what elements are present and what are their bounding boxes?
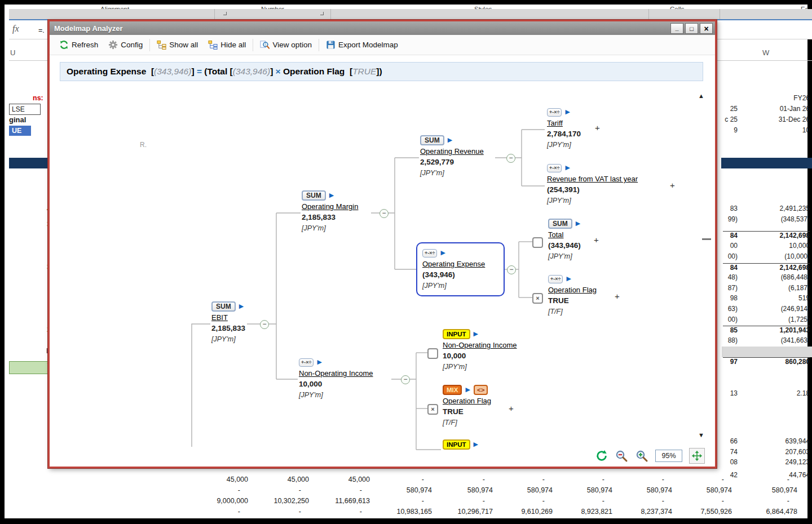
collapse-toggle-icon[interactable]: − <box>401 375 410 384</box>
collapse-toggle-icon[interactable]: − <box>507 265 516 274</box>
cell: - <box>735 497 797 505</box>
node-operating-expense-selected[interactable]: +-×÷▶ Operating Expense (343,946) [JPY'm… <box>422 248 485 291</box>
false-cell[interactable]: LSE <box>9 104 41 115</box>
sum-badge: SUM <box>420 135 444 145</box>
toolbar-separator <box>319 39 319 51</box>
expand-plus-icon[interactable]: + <box>509 403 514 413</box>
zoom-out-button[interactable] <box>615 449 628 463</box>
hide-all-button[interactable]: Hide all <box>203 38 251 52</box>
expand-triangle-icon[interactable]: ▶ <box>329 192 334 199</box>
cell: 580,974 <box>550 486 612 494</box>
collapse-toggle-icon[interactable]: − <box>506 154 515 163</box>
collapse-toggle-icon[interactable]: − <box>260 320 269 329</box>
node-unit: [JPY'm] <box>420 169 484 178</box>
node-label[interactable]: Non-Operating Income <box>443 341 517 350</box>
dialog-launcher-icon[interactable] <box>223 12 227 15</box>
cell: - <box>370 497 432 505</box>
cell-partial: 85 <box>730 326 738 334</box>
refresh-button[interactable]: Refresh <box>54 38 103 52</box>
expand-plus-icon[interactable]: + <box>670 180 675 190</box>
scroll-down-icon[interactable]: ▼ <box>698 432 704 438</box>
cell: - <box>308 508 370 516</box>
cell-formula-text[interactable]: =. <box>38 26 45 34</box>
cell: 10,302,250 <box>247 497 309 505</box>
minimize-button[interactable]: _ <box>670 23 683 34</box>
operator-badge: +-×÷ <box>299 358 314 367</box>
cell: 580,974 <box>610 486 672 494</box>
expand-plus-icon[interactable]: + <box>595 123 600 132</box>
node-label[interactable]: Non-Operating Income <box>299 369 373 378</box>
column-header-left[interactable]: U <box>10 48 15 57</box>
reset-icon <box>595 450 608 462</box>
operator-badge: +-×÷ <box>548 275 563 283</box>
cell: - <box>247 486 309 494</box>
expand-triangle-icon[interactable]: ▶ <box>448 136 452 144</box>
node-label[interactable]: Operating Margin <box>302 202 358 211</box>
node-value: TRUE <box>443 407 491 417</box>
cell-partial: 00) <box>728 252 738 260</box>
operand-box-icon[interactable] <box>532 237 543 248</box>
fit-to-window-button[interactable] <box>689 448 705 464</box>
node-label[interactable]: Total <box>548 230 563 239</box>
view-option-button[interactable]: View option <box>255 38 317 52</box>
zoom-in-button[interactable] <box>635 449 648 463</box>
excel-ribbon <box>9 9 812 20</box>
expand-plus-icon[interactable]: + <box>594 235 599 245</box>
expand-triangle-icon[interactable]: ▶ <box>440 249 445 257</box>
true-cell[interactable]: UE <box>9 126 31 136</box>
node-label[interactable]: EBIT <box>211 313 228 322</box>
node-value: 2,529,779 <box>420 158 484 167</box>
expand-triangle-icon[interactable]: ▶ <box>565 108 570 116</box>
operator-badge: +-×÷ <box>422 249 437 257</box>
node-value: 10,000 <box>299 380 373 389</box>
sum-badge: SUM <box>548 219 572 229</box>
cell-value: 519 <box>798 294 810 302</box>
assumptions-label: ns: <box>33 94 43 102</box>
config-button[interactable]: Config <box>103 38 148 52</box>
scrollbar-thumb[interactable] <box>702 238 711 240</box>
cell: 11,669,613 <box>308 497 370 505</box>
cell: - <box>610 497 672 505</box>
zoom-level-input[interactable]: 95% <box>655 450 682 462</box>
node-label[interactable]: Revenue from VAT last year <box>547 175 638 184</box>
expand-triangle-icon[interactable]: ▶ <box>474 441 478 448</box>
close-button[interactable]: × <box>700 23 713 34</box>
cell-value: 2,142,698 <box>780 264 810 272</box>
export-modelmap-button[interactable]: Export Modelmap <box>321 38 403 52</box>
expand-triangle-icon[interactable]: ▶ <box>317 358 321 366</box>
magnifier-icon <box>260 40 270 50</box>
show-all-button[interactable]: Show all <box>152 38 203 52</box>
collapse-toggle-icon[interactable]: − <box>379 209 389 218</box>
expand-triangle-icon[interactable]: ▶ <box>474 330 478 338</box>
cell-partial: 87) <box>728 284 738 292</box>
expand-triangle-icon[interactable]: ▶ <box>565 164 570 172</box>
node-label[interactable]: Operating Revenue <box>420 147 484 156</box>
table-row: 851,201,943 <box>723 326 810 336</box>
node-value: (254,391) <box>547 185 638 195</box>
expand-triangle-icon[interactable]: ▶ <box>566 275 571 283</box>
maximize-button[interactable]: □ <box>685 23 698 34</box>
cell-partial: 84 <box>730 232 738 239</box>
expand-plus-icon[interactable]: + <box>615 291 620 301</box>
node-label[interactable]: Tariff <box>547 119 563 128</box>
node-label[interactable]: Operation Flag <box>443 397 491 406</box>
input-badge: INPUT <box>443 329 470 339</box>
node-label[interactable]: Operation Flag <box>548 286 597 295</box>
dialog-launcher-icon[interactable] <box>320 12 324 15</box>
multiply-operator-icon[interactable]: × <box>532 293 543 304</box>
reset-view-button[interactable] <box>595 450 608 462</box>
table-row: 2501-Jan 26 <box>723 105 810 115</box>
formula-ref: (343,946) <box>154 66 191 77</box>
cell: 9,610,269 <box>491 508 553 516</box>
operand-box-icon[interactable] <box>427 348 438 359</box>
expand-triangle-icon[interactable]: ▶ <box>465 386 470 394</box>
node-label[interactable]: Operating Expense <box>422 260 485 269</box>
multiply-operator-icon[interactable]: × <box>427 404 438 415</box>
operator-badge: +-×÷ <box>547 164 562 172</box>
cell: 45,000 <box>186 476 248 483</box>
expand-triangle-icon[interactable]: ▶ <box>239 303 244 310</box>
cell: - <box>670 476 732 483</box>
expand-triangle-icon[interactable]: ▶ <box>576 220 580 228</box>
scroll-up-icon[interactable]: ▲ <box>698 92 704 99</box>
dialog-titlebar[interactable]: Modelmap Analyzer _ □ × <box>50 21 715 35</box>
